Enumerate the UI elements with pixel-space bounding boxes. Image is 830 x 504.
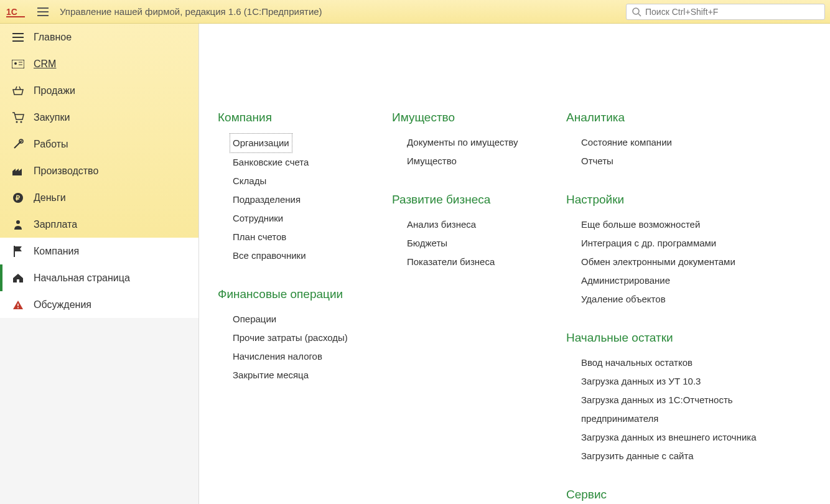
svg-point-11 xyxy=(16,121,18,123)
factory-icon xyxy=(11,164,25,178)
column-1: Компания Организации Банковские счета Ск… xyxy=(218,111,367,504)
svg-rect-7 xyxy=(12,60,24,68)
content-area: Компания Организации Банковские счета Ск… xyxy=(199,24,830,504)
section-service[interactable]: Сервис xyxy=(566,488,811,502)
nav-crm[interactable]: CRM xyxy=(0,50,198,77)
link-business-metrics[interactable]: Показатели бизнеса xyxy=(407,253,541,271)
nav-label: Зарплата xyxy=(34,219,77,230)
link-load-1c-report[interactable]: Загрузка данных из 1С:Отчетность предпри… xyxy=(581,391,811,428)
cart-icon xyxy=(11,111,25,124)
nav-works[interactable]: Работы xyxy=(0,131,198,157)
svg-text:₽: ₽ xyxy=(16,194,20,202)
nav-main[interactable]: Главное xyxy=(0,24,198,50)
link-month-close[interactable]: Закрытие месяца xyxy=(233,366,367,385)
link-all-catalogs[interactable]: Все справочники xyxy=(233,246,367,265)
section-initial-balances[interactable]: Начальные остатки xyxy=(566,331,811,345)
svg-point-19 xyxy=(17,307,19,308)
svg-point-12 xyxy=(21,121,22,123)
nav-label: Начальная страница xyxy=(34,273,130,284)
nav-home[interactable]: Начальная страница xyxy=(0,264,198,291)
menu-toggle-icon[interactable] xyxy=(34,2,52,21)
link-other-expenses[interactable]: Прочие затраты (расходы) xyxy=(233,329,367,347)
svg-point-16 xyxy=(16,220,20,224)
link-administration[interactable]: Администрирование xyxy=(581,271,811,290)
link-organizations[interactable]: Организации xyxy=(230,133,292,153)
svg-point-8 xyxy=(14,62,17,65)
section-business-dev[interactable]: Развитие бизнеса xyxy=(392,193,541,207)
nav-sales[interactable]: Продажи xyxy=(0,77,198,104)
nav-production[interactable]: Производство xyxy=(0,157,198,184)
link-reports[interactable]: Отчеты xyxy=(581,152,811,170)
nav-label: Главное xyxy=(34,32,72,43)
link-company-status[interactable]: Состояние компании xyxy=(581,133,811,152)
link-business-analysis[interactable]: Анализ бизнеса xyxy=(407,215,541,234)
search-input[interactable] xyxy=(645,7,819,17)
svg-text:1C: 1C xyxy=(6,7,17,17)
nav-label: Производство xyxy=(34,166,98,177)
warning-icon xyxy=(11,298,25,312)
person-icon xyxy=(11,218,25,231)
link-bank-accounts[interactable]: Банковские счета xyxy=(233,153,367,172)
nav-company[interactable]: Компания xyxy=(0,238,198,264)
link-employees[interactable]: Сотрудники xyxy=(233,209,367,228)
flag-icon xyxy=(11,245,25,258)
link-warehouses[interactable]: Склады xyxy=(233,172,367,190)
link-assets[interactable]: Имущество xyxy=(407,152,541,170)
nav-label: Компания xyxy=(34,246,79,257)
titlebar: 1C Управление нашей фирмой, редакция 1.6… xyxy=(0,0,830,24)
link-enter-balances[interactable]: Ввод начальных остатков xyxy=(581,353,811,372)
app-logo: 1C xyxy=(5,4,26,19)
home-icon xyxy=(11,271,25,285)
tools-icon xyxy=(11,138,25,151)
svg-point-2 xyxy=(633,8,639,14)
ruble-icon: ₽ xyxy=(11,191,25,205)
column-2: Имущество Документы по имуществу Имущест… xyxy=(392,111,541,504)
section-company[interactable]: Компания xyxy=(218,111,367,124)
link-delete-objects[interactable]: Удаление объектов xyxy=(581,290,811,309)
section-analytics[interactable]: Аналитика xyxy=(566,111,811,124)
window-title: Управление нашей фирмой, редакция 1.6 (1… xyxy=(60,6,626,17)
nav-label: Деньги xyxy=(34,192,66,203)
id-card-icon xyxy=(11,57,25,71)
link-asset-docs[interactable]: Документы по имуществу xyxy=(407,133,541,152)
search-box[interactable] xyxy=(626,4,825,20)
sidebar: Главное CRM Продажи Закупки Работы Произ… xyxy=(0,24,199,504)
link-load-website[interactable]: Загрузить данные с сайта xyxy=(581,447,811,465)
nav-money[interactable]: ₽ Деньги xyxy=(0,184,198,211)
section-settings[interactable]: Настройки xyxy=(566,193,811,207)
section-assets[interactable]: Имущество xyxy=(392,111,541,124)
menu-icon xyxy=(11,30,25,44)
link-edoc-exchange[interactable]: Обмен электронными документами xyxy=(581,253,811,271)
column-3: Аналитика Состояние компании Отчеты Наст… xyxy=(566,111,811,504)
link-chart-accounts[interactable]: План счетов xyxy=(233,228,367,246)
link-more-features[interactable]: Еще больше возможностей xyxy=(581,215,811,234)
section-financial-ops[interactable]: Финансовые операции xyxy=(218,287,367,301)
nav-label: Работы xyxy=(34,139,68,150)
nav-label: Продажи xyxy=(34,85,75,96)
link-integration[interactable]: Интеграция с др. программами xyxy=(581,234,811,253)
link-departments[interactable]: Подразделения xyxy=(233,190,367,209)
basket-icon xyxy=(11,84,25,98)
nav-discussions[interactable]: Обсуждения xyxy=(0,291,198,318)
nav-salary[interactable]: Зарплата xyxy=(0,211,198,238)
link-operations[interactable]: Операции xyxy=(233,310,367,329)
search-icon xyxy=(632,7,641,17)
link-budgets[interactable]: Бюджеты xyxy=(407,234,541,253)
link-tax-accrual[interactable]: Начисления налогов xyxy=(233,347,367,366)
link-load-external[interactable]: Загрузка данных из внешнего источника xyxy=(581,428,811,447)
nav-label: Закупки xyxy=(34,112,70,123)
nav-purchases[interactable]: Закупки xyxy=(0,104,198,131)
nav-label: Обсуждения xyxy=(34,299,91,310)
svg-line-3 xyxy=(638,14,641,16)
link-load-ut103[interactable]: Загрузка данных из УТ 10.3 xyxy=(581,372,811,391)
nav-label: CRM xyxy=(34,58,56,70)
